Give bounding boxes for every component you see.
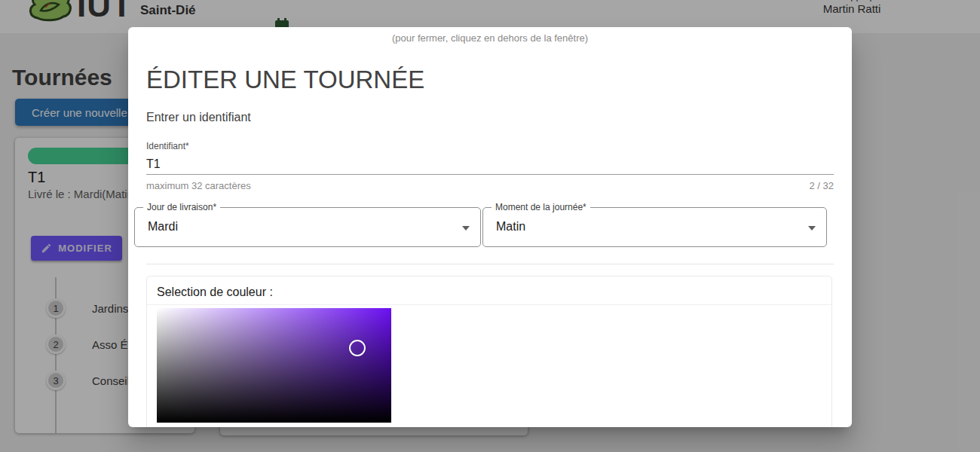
day-select-label: Jour de livraison* (143, 202, 220, 212)
char-counter: 2 / 32 (809, 180, 834, 191)
identifiant-helper: maximum 32 caractères (146, 180, 251, 191)
chevron-down-icon (462, 226, 470, 231)
moment-select-label: Moment de la journée* (492, 202, 590, 212)
app-screen: IUT Saint-Dié Développé par Martin Ratti… (0, 0, 980, 452)
color-picker-card: Selection de couleur : (146, 276, 832, 427)
modal-title: ÉDITER UNE TOURNÉE (146, 65, 424, 95)
divider (146, 264, 834, 264)
modal-subtitle: Entrer un identifiant (146, 111, 251, 124)
identifiant-input[interactable] (146, 155, 834, 173)
saturation-value-picker[interactable] (157, 308, 391, 423)
color-picker-title: Selection de couleur : (157, 286, 273, 299)
edit-tour-modal: (pour fermer, cliquez en dehors de la fe… (128, 27, 852, 427)
day-select-value: Mardi (148, 220, 178, 234)
divider (147, 304, 831, 305)
identifiant-label: Identifiant* (146, 141, 189, 151)
day-select[interactable]: Jour de livraison* Mardi (134, 207, 481, 247)
close-hint: (pour fermer, cliquez en dehors de la fe… (128, 32, 852, 44)
chevron-down-icon (808, 226, 816, 231)
color-picker-cursor[interactable] (349, 340, 366, 356)
moment-select-value: Matin (496, 220, 525, 234)
moment-select[interactable]: Moment de la journée* Matin (482, 207, 827, 247)
input-underline (146, 174, 834, 175)
